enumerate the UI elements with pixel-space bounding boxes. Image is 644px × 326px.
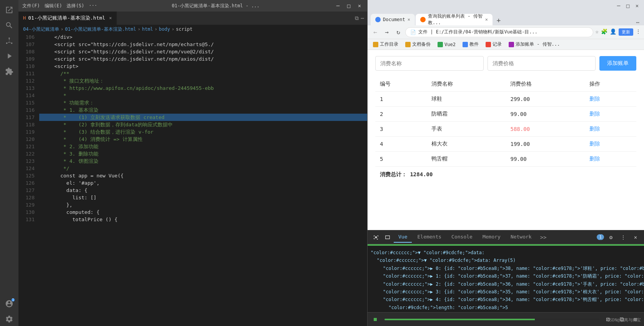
devtools-elements-icon[interactable] xyxy=(382,232,393,243)
browser-maximize[interactable]: □ xyxy=(624,3,632,9)
code-line[interactable]: * xyxy=(39,92,367,99)
browser-more-btn[interactable]: ⋮ xyxy=(636,28,641,36)
devtools-close-btn[interactable]: × xyxy=(630,232,641,243)
devtools-tree-item[interactable]: "color:#cccccc;">▶ 1: {id: "color:#b5cea… xyxy=(371,272,641,280)
devtools-more-btn[interactable]: ⋮ xyxy=(618,232,629,243)
price-input[interactable] xyxy=(488,56,596,71)
code-line[interactable]: * 3. 删除功能 xyxy=(39,150,367,157)
activity-account[interactable]: 1 xyxy=(2,297,16,311)
close-btn[interactable]: × xyxy=(356,3,363,9)
devtools-content[interactable]: "color:#cccccc;">▼ "color:#9cdcfe;">data… xyxy=(368,246,644,312)
refresh-btn[interactable]: ↻ xyxy=(394,28,403,36)
split-editor-btn[interactable]: ⧉ xyxy=(355,15,359,22)
activity-settings[interactable] xyxy=(2,312,16,326)
devtools-tree-item[interactable]: "color:#cccccc;">▶ 2: {id: "color:#b5cea… xyxy=(371,280,641,288)
editor-tab[interactable]: H 01-小黑记账清单-基本渲染.html × xyxy=(18,12,117,25)
code-line[interactable]: el: '#app', xyxy=(39,179,367,187)
browser-minimize[interactable]: ─ xyxy=(615,3,622,9)
devtools-inspect-btn[interactable] xyxy=(371,232,381,243)
devtools-tab-vue[interactable]: Vue xyxy=(394,232,412,243)
browser-tab-close-2[interactable]: × xyxy=(485,17,488,22)
code-line[interactable]: data: { xyxy=(39,187,367,194)
code-line[interactable]: * 1. 基本渲染 xyxy=(39,106,367,114)
devtools-tab-elements[interactable]: Elements xyxy=(413,232,446,243)
code-line[interactable]: * 4. 饼图渲染 xyxy=(39,157,367,165)
browser-close[interactable]: × xyxy=(633,3,641,9)
breadcrumb-folder[interactable]: 04-小黑记账清单 xyxy=(23,26,59,33)
code-line[interactable]: }, xyxy=(39,201,367,209)
browser-window-controls[interactable]: ─ □ × xyxy=(615,3,641,9)
code-line[interactable]: <script src="https://cdn.jsdelivr.net/np… xyxy=(39,41,367,48)
new-tab-btn[interactable]: + xyxy=(493,15,504,25)
delete-btn[interactable]: 删除 xyxy=(589,156,600,162)
update-btn[interactable]: 更新 xyxy=(619,28,633,36)
address-bar[interactable]: ← → ↻ 📄 文件 | E:/工作目录/04-营销物料/新版Vue基础-目..… xyxy=(368,25,644,39)
menu-file[interactable]: 文件(F) xyxy=(22,3,40,9)
more-actions-btn[interactable]: ⋯ xyxy=(361,15,364,22)
menu-select[interactable]: 选择(S) xyxy=(67,3,84,9)
extension-puzzle-btn[interactable]: 🧩 xyxy=(601,28,607,36)
code-line[interactable]: */ xyxy=(39,165,367,172)
activity-run[interactable] xyxy=(2,49,16,63)
bookmark-notes[interactable]: 记录 xyxy=(483,40,504,48)
browser-menu-btn[interactable]: ⋯ xyxy=(636,19,639,25)
bookmark-vue[interactable]: Vue2 xyxy=(435,41,458,48)
devtools-tab-network[interactable]: Network xyxy=(506,232,536,243)
code-line[interactable]: <script src="https://cdn.jsdelivr.net/np… xyxy=(39,55,367,63)
devtools-tree-item[interactable]: "color:#cccccc;">▶ 0: {id: "color:#b5cea… xyxy=(371,265,641,272)
code-editor[interactable]: 1061071081091101111121131141151161171181… xyxy=(18,33,367,326)
bookmark-star-btn[interactable]: ☆ xyxy=(596,28,599,36)
delete-btn[interactable]: 删除 xyxy=(589,126,600,132)
devtools-panel-btn[interactable]: ≡ xyxy=(630,314,641,325)
activity-explorer[interactable] xyxy=(2,3,16,17)
name-input[interactable] xyxy=(375,56,484,71)
maximize-btn[interactable]: □ xyxy=(345,3,353,9)
back-btn[interactable]: ← xyxy=(371,28,380,36)
bookmark-teaching[interactable]: 教件 xyxy=(460,40,481,48)
menu-edit[interactable]: 编辑(E) xyxy=(45,3,62,9)
code-line[interactable]: <script> xyxy=(39,63,367,70)
code-line[interactable]: computed: { xyxy=(39,209,367,216)
delete-btn[interactable]: 删除 xyxy=(589,96,600,103)
browser-tab-document[interactable]: Document × xyxy=(371,14,415,25)
activity-git[interactable] xyxy=(2,34,16,48)
breadcrumb-script[interactable]: script xyxy=(176,26,192,32)
devtools-tree-item[interactable]: "color:#cccccc;">▼ "color:#9cdcfe;">data… xyxy=(371,256,641,264)
tab-actions[interactable]: ⧉ ⋯ xyxy=(355,15,367,22)
devtools-tree-item[interactable]: "color:#cccccc;">▶ 3: {id: "color:#b5cea… xyxy=(371,288,641,296)
code-line[interactable]: * 功能需求： xyxy=(39,99,367,106)
code-line[interactable]: list: [] xyxy=(39,194,367,201)
add-account-btn[interactable]: 添加账单 xyxy=(599,56,636,71)
devtools-dock-btn[interactable]: ⊡ xyxy=(602,314,613,325)
code-content[interactable]: </div> <script src="https://cdn.jsdelivr… xyxy=(38,33,367,326)
code-line[interactable]: * (3) 结合数据，进行渲染 v-for xyxy=(39,128,367,136)
code-line[interactable]: /** xyxy=(39,70,367,77)
profile-btn[interactable]: 👤 xyxy=(610,28,616,36)
browser-tab-close-1[interactable]: × xyxy=(408,17,410,22)
breadcrumb-body[interactable]: body xyxy=(159,26,170,32)
code-line[interactable]: <script src="https://cdn.jsdelivr.net/np… xyxy=(39,48,367,55)
activity-extensions[interactable] xyxy=(2,65,16,78)
devtools-tab-memory[interactable]: Memory xyxy=(478,232,505,243)
browser-tab-app[interactable]: 查询我的账单列表 - 传智教... × xyxy=(416,14,493,25)
code-line[interactable]: * (4) 消费统计 => 计算属性 xyxy=(39,136,367,143)
devtools-tree-item[interactable]: "color:#cccccc;">▶ 4: {id: "color:#b5cea… xyxy=(371,296,641,303)
code-line[interactable]: const app = new Vue({ xyxy=(39,172,367,179)
bookmark-docs[interactable]: 文档备份 xyxy=(403,40,433,48)
address-actions[interactable]: ☆ 🧩 👤 更新 ⋮ xyxy=(596,28,641,36)
code-line[interactable]: * https://www.apifox.cn/apidoc/shared-24… xyxy=(39,84,367,92)
menu-more[interactable]: ··· xyxy=(89,3,97,9)
devtools-undock-btn[interactable]: ⧉ xyxy=(616,314,627,325)
code-line[interactable]: * 接口文档地址： xyxy=(39,77,367,84)
forward-btn[interactable]: → xyxy=(382,28,391,36)
code-line[interactable]: * 2. 添加功能 xyxy=(39,143,367,150)
window-controls[interactable]: ─ □ × xyxy=(334,3,363,9)
titlebar-menu[interactable]: 文件(F) 编辑(E) 选择(S) ··· xyxy=(22,3,97,9)
code-line[interactable]: * (1) 立刻发送请求获取数据 created xyxy=(39,114,367,121)
tab-close-btn[interactable]: × xyxy=(109,15,112,21)
delete-btn[interactable]: 删除 xyxy=(589,111,600,117)
bookmark-add[interactable]: 添加账单 - 传智... xyxy=(506,40,562,48)
devtools-tab-console[interactable]: Console xyxy=(447,232,477,243)
devtools-settings-btn[interactable]: ⚙ xyxy=(606,232,616,243)
code-line[interactable]: totalPrice () { xyxy=(39,216,367,223)
